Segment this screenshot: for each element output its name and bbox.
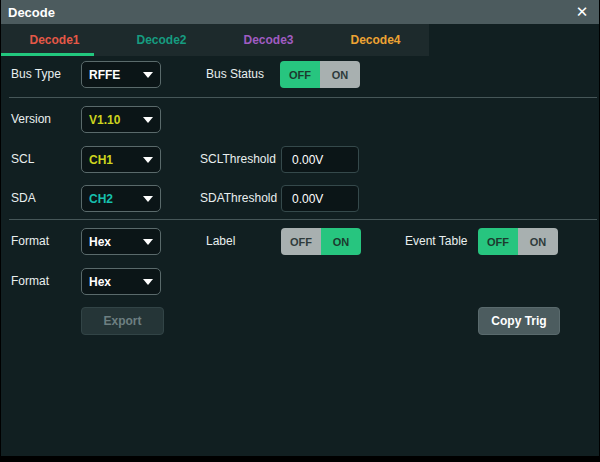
version-value: V1.10 <box>89 113 120 127</box>
sda-source-dropdown[interactable]: CH2 <box>81 185 161 212</box>
window-bottom-edge <box>1 456 599 462</box>
scl-threshold-input[interactable]: 0.00V <box>281 146 359 173</box>
format-export-label: Format <box>11 268 49 295</box>
format-display-dropdown[interactable]: Hex <box>81 228 161 255</box>
chevron-down-icon <box>143 72 153 78</box>
bus-status-toggle[interactable]: OFF ON <box>280 61 360 88</box>
version-dropdown[interactable]: V1.10 <box>81 106 161 133</box>
label-off[interactable]: OFF <box>281 228 321 255</box>
sda-source-value: CH2 <box>89 192 113 206</box>
format-export-value: Hex <box>89 275 111 289</box>
bus-status-label: Bus Status <box>206 61 264 88</box>
scl-label: SCL <box>11 146 34 173</box>
decode-dialog: Decode ✕ Decode1 Decode2 Decode3 Decode4… <box>0 0 600 462</box>
tab-decode1[interactable]: Decode1 <box>1 24 108 56</box>
event-table-off[interactable]: OFF <box>478 228 518 255</box>
label-switch-label: Label <box>206 228 235 255</box>
event-table-on[interactable]: ON <box>518 228 558 255</box>
sda-threshold-label: SDAThreshold <box>200 185 277 212</box>
divider <box>9 97 597 98</box>
chevron-down-icon <box>143 239 153 245</box>
export-button[interactable]: Export <box>81 307 164 335</box>
close-icon[interactable]: ✕ <box>571 0 593 24</box>
dialog-title: Decode <box>1 5 55 20</box>
copy-trig-button[interactable]: Copy Trig <box>478 307 560 335</box>
title-bar: Decode ✕ <box>1 0 599 24</box>
chevron-down-icon <box>143 117 153 123</box>
bus-type-dropdown[interactable]: RFFE <box>81 61 161 88</box>
scl-source-value: CH1 <box>89 153 113 167</box>
bus-status-off[interactable]: OFF <box>280 61 320 88</box>
version-label: Version <box>11 106 51 133</box>
sda-label: SDA <box>11 185 36 212</box>
label-on[interactable]: ON <box>321 228 361 255</box>
chevron-down-icon <box>143 279 153 285</box>
scl-threshold-value: 0.00V <box>292 153 323 167</box>
tab-decode3[interactable]: Decode3 <box>215 24 322 56</box>
scl-source-dropdown[interactable]: CH1 <box>81 146 161 173</box>
event-table-label: Event Table <box>405 228 468 255</box>
chevron-down-icon <box>143 157 153 163</box>
divider <box>9 219 597 220</box>
bus-type-value: RFFE <box>89 68 120 82</box>
format-display-label: Format <box>11 228 49 255</box>
decode-tab-strip: Decode1 Decode2 Decode3 Decode4 <box>1 24 429 56</box>
chevron-down-icon <box>143 196 153 202</box>
label-toggle[interactable]: OFF ON <box>281 228 361 255</box>
format-display-value: Hex <box>89 235 111 249</box>
sda-threshold-value: 0.00V <box>292 192 323 206</box>
sda-threshold-input[interactable]: 0.00V <box>281 185 359 212</box>
bus-type-label: Bus Type <box>11 61 61 88</box>
event-table-toggle[interactable]: OFF ON <box>478 228 558 255</box>
bus-status-on[interactable]: ON <box>320 61 360 88</box>
tab-decode2[interactable]: Decode2 <box>108 24 215 56</box>
format-export-dropdown[interactable]: Hex <box>81 268 161 295</box>
scl-threshold-label: SCLThreshold <box>200 146 276 173</box>
tab-decode4[interactable]: Decode4 <box>322 24 429 56</box>
